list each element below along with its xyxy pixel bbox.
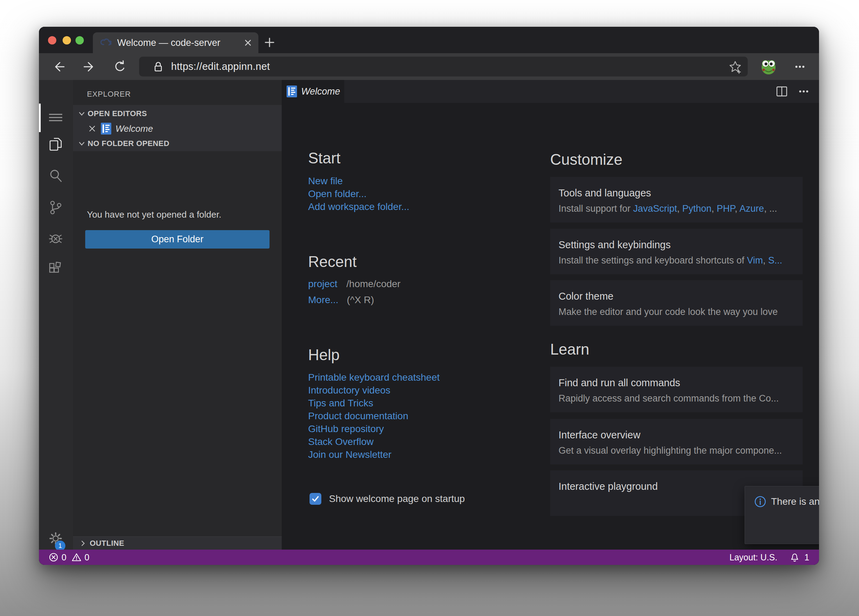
editor-group: Welcome Start [282, 80, 819, 550]
new-tab-button[interactable] [264, 36, 275, 48]
new-file-link[interactable]: New file [308, 175, 409, 187]
welcome-page: Start New file Open folder... Add worksp… [282, 103, 819, 550]
close-window-button[interactable] [48, 36, 56, 45]
close-editor-icon[interactable] [88, 125, 96, 133]
help-link-docs[interactable]: Product documentation [308, 410, 440, 423]
inline-link[interactable]: Vim [747, 255, 763, 265]
notification-message: There is an available update. [771, 496, 819, 507]
reload-icon[interactable] [113, 60, 127, 74]
card-tools-languages[interactable]: Tools and languages Install support for … [550, 177, 803, 223]
help-link-newsletter[interactable]: Join our Newsletter [308, 448, 440, 461]
browser-toolbar: https://edit.appinn.net [39, 53, 819, 80]
recent-heading: Recent [308, 253, 356, 270]
outline-header[interactable]: OUTLINE [73, 536, 282, 550]
update-notification: There is an available update. Download U… [745, 486, 819, 544]
start-heading: Start [308, 150, 340, 167]
welcome-file-icon [101, 123, 111, 134]
browser-tab[interactable]: Welcome — code-server [93, 32, 258, 53]
browser-tabbar: Welcome — code-server [39, 27, 819, 53]
activity-bar: 1 [39, 80, 73, 550]
help-link-tips[interactable]: Tips and Tricks [308, 397, 440, 410]
warning-count: 0 [84, 552, 89, 563]
chevron-down-icon [78, 110, 86, 117]
keyboard-layout-status[interactable]: Layout: U.S. [729, 552, 778, 563]
extensions-icon[interactable] [48, 262, 64, 278]
inline-link[interactable]: Python [683, 203, 712, 214]
lock-icon [151, 60, 165, 73]
vscode-workbench: 1 EXPLORER OPEN EDITORS [39, 80, 819, 550]
welcome-file-icon [287, 86, 297, 97]
back-icon[interactable] [52, 60, 66, 74]
sidebar-title: EXPLORER [87, 90, 131, 99]
browser-window: Welcome — code-server https://edit.appin… [39, 27, 819, 565]
code-server-favicon [100, 37, 112, 49]
editor-tabstrip: Welcome [282, 80, 819, 103]
help-heading: Help [308, 346, 340, 363]
search-icon[interactable] [48, 168, 64, 184]
open-folder-button[interactable]: Open Folder [85, 230, 270, 248]
card-settings-keybindings[interactable]: Settings and keybindings Install the set… [550, 229, 803, 274]
recent-project-link[interactable]: project [308, 278, 337, 290]
open-editor-row[interactable]: Welcome [73, 121, 282, 136]
check-icon [311, 494, 320, 504]
card-color-theme[interactable]: Color theme Make the editor and your cod… [550, 280, 803, 326]
customize-heading: Customize [550, 151, 623, 168]
editor-tab-welcome[interactable]: Welcome [282, 80, 344, 103]
help-link-videos[interactable]: Introductory videos [308, 384, 440, 397]
active-view-indicator [39, 104, 41, 132]
close-tab-icon[interactable] [244, 39, 252, 47]
add-workspace-folder-link[interactable]: Add workspace folder... [308, 200, 409, 213]
notification-count: 1 [804, 552, 809, 563]
help-link-stackoverflow[interactable]: Stack Overflow [308, 435, 440, 448]
bell-icon[interactable] [790, 552, 800, 562]
learn-heading: Learn [550, 341, 589, 358]
minimize-window-button[interactable] [62, 36, 71, 45]
explorer-sidebar: EXPLORER OPEN EDITORS [73, 80, 282, 550]
warning-icon [72, 552, 81, 562]
no-folder-message: You have not yet opened a folder. [87, 209, 221, 220]
source-control-icon[interactable] [48, 200, 64, 215]
inline-link[interactable]: S... [768, 255, 782, 265]
error-icon [49, 552, 58, 562]
startup-checkbox-label: Show welcome page on startup [329, 493, 465, 504]
help-link-cheatsheet[interactable]: Printable keyboard cheatsheet [308, 371, 440, 384]
explorer-icon[interactable] [48, 136, 64, 152]
zoom-window-button[interactable] [75, 36, 84, 45]
browser-tab-title: Welcome — code-server [117, 37, 244, 48]
card-interface-overview[interactable]: Interface overview Get a visual overlay … [550, 419, 803, 465]
help-link-github[interactable]: GitHub repository [308, 423, 440, 435]
open-folder-link[interactable]: Open folder... [308, 187, 409, 200]
card-find-commands[interactable]: Find and run all commands Rapidly access… [550, 367, 803, 412]
menu-icon[interactable] [48, 113, 64, 122]
forward-icon[interactable] [82, 60, 96, 74]
inline-link[interactable]: JavaScript [633, 203, 677, 214]
open-editors-header[interactable]: OPEN EDITORS [73, 106, 282, 121]
profile-avatar[interactable] [760, 58, 777, 75]
add-favorite-icon[interactable] [728, 59, 743, 74]
inline-link[interactable]: Azure [739, 203, 764, 214]
chevron-right-icon [79, 540, 86, 547]
recent-project-path: /home/coder [347, 278, 401, 290]
no-folder-header[interactable]: NO FOLDER OPENED [73, 136, 282, 151]
chevron-down-icon [78, 140, 86, 147]
problems-status[interactable]: 0 0 [49, 552, 89, 563]
browser-menu-icon[interactable] [793, 60, 807, 74]
split-editor-icon[interactable] [776, 86, 788, 97]
error-count: 0 [62, 552, 66, 563]
address-bar[interactable]: https://edit.appinn.net [139, 57, 748, 76]
sidebar-sections: OPEN EDITORS Welcome [73, 105, 282, 151]
url-text: https://edit.appinn.net [171, 61, 270, 72]
status-bar: 0 0 Layout: U.S. 1 [39, 550, 819, 565]
open-editor-label: Welcome [116, 123, 153, 134]
editor-tab-title: Welcome [301, 86, 340, 97]
debug-icon[interactable] [48, 231, 64, 246]
recent-more-link[interactable]: More... [308, 293, 338, 306]
info-icon [754, 495, 767, 508]
inline-link[interactable]: PHP [717, 203, 735, 214]
recent-more-keybinding: (^X R) [347, 295, 374, 306]
startup-checkbox[interactable] [309, 493, 321, 505]
more-actions-icon[interactable] [797, 86, 810, 97]
